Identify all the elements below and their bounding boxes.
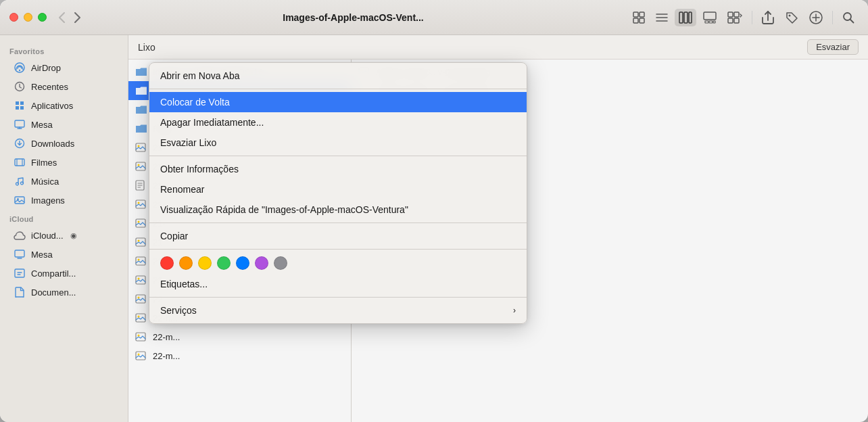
svg-rect-29 [15, 159, 24, 166]
cm-item-apagar[interactable]: Apagar Imediatamente... [149, 112, 527, 133]
cm-label-abrir-nova-aba: Abrir em Nova Aba [160, 70, 240, 81]
cm-item-colocar-de-volta[interactable]: Colocar de Volta [149, 92, 527, 112]
sidebar-section-icloud: iCloud [0, 210, 128, 226]
cm-sep-5 [149, 297, 527, 298]
svg-rect-15 [734, 12, 739, 17]
color-dot-red[interactable] [160, 256, 174, 270]
close-button[interactable] [9, 13, 18, 22]
sidebar-item-compartil[interactable]: Compartil... [4, 264, 124, 283]
view-list-button[interactable] [652, 9, 672, 26]
svg-point-18 [789, 14, 791, 16]
cm-label-colocar-de-volta: Colocar de Volta [160, 97, 230, 108]
share-icloud-icon [14, 267, 26, 279]
cm-item-renomear[interactable]: Renomear [149, 179, 527, 200]
download-icon [14, 137, 26, 149]
cm-item-copiar[interactable]: Copiar [149, 226, 527, 246]
cm-label-obter-info: Obter Informações [160, 164, 239, 174]
cm-label-renomear: Renomear [160, 184, 204, 195]
music-icon [14, 175, 26, 187]
svg-point-35 [17, 198, 19, 200]
sidebar-label-airdrop: AirDrop [31, 63, 61, 73]
context-menu-overlay[interactable]: Abrir em Nova Aba Colocar de Volta Apaga… [128, 60, 868, 422]
minimize-button[interactable] [24, 13, 32, 22]
view-group-button[interactable] [723, 9, 746, 26]
cm-label-etiquetas: Etiquetas... [160, 279, 208, 289]
main-content: Favoritos AirDrop [0, 35, 868, 422]
svg-line-23 [850, 19, 854, 22]
color-dot-yellow[interactable] [198, 256, 212, 270]
desktop-icon [14, 118, 26, 131]
sidebar-item-recentes[interactable]: Recentes [4, 77, 124, 96]
color-dot-purple[interactable] [255, 256, 268, 270]
view-columns-button[interactable] [675, 9, 696, 26]
svg-rect-12 [709, 21, 713, 23]
nav-buttons [56, 11, 83, 24]
svg-rect-1 [640, 12, 644, 17]
cm-item-visualizacao[interactable]: Visualização Rápida de "Images-of-Apple-… [149, 200, 527, 220]
airdrop-icon [14, 62, 26, 74]
sidebar-item-downloads[interactable]: Downloads [4, 134, 124, 153]
cm-colors [149, 252, 527, 274]
sidebar-item-musica[interactable]: Música [4, 172, 124, 191]
svg-rect-10 [704, 12, 716, 20]
back-button[interactable] [56, 11, 68, 24]
sidebar-item-mesa-icloud[interactable]: Mesa [4, 245, 124, 264]
file-area: Lixo Esvaziar Images-of-Apple-iPadOS-16 … [128, 35, 868, 422]
search-button[interactable] [838, 9, 859, 26]
svg-rect-27 [15, 120, 24, 127]
toolbar-icons [629, 8, 859, 27]
more-button[interactable] [805, 8, 827, 27]
view-gallery-button[interactable] [699, 9, 721, 26]
sidebar-item-documen[interactable]: Documen... [4, 283, 124, 302]
sidebar-label-mesa-icloud: Mesa [31, 250, 53, 260]
film-icon [14, 156, 26, 168]
sidebar-label-downloads: Downloads [31, 139, 74, 149]
forward-button[interactable] [72, 11, 83, 24]
svg-rect-13 [713, 21, 715, 23]
svg-rect-2 [633, 18, 638, 23]
cm-sep-1 [149, 89, 527, 89]
svg-rect-11 [705, 21, 708, 23]
cm-sep-3 [149, 222, 527, 223]
sidebar-item-airdrop[interactable]: AirDrop [4, 58, 124, 77]
sidebar-label-filmes: Filmes [31, 158, 57, 168]
sidebar-item-mesa[interactable]: Mesa [4, 115, 124, 134]
cm-item-etiquetas[interactable]: Etiquetas... [149, 274, 527, 294]
toolbar-sep-2 [832, 11, 833, 24]
svg-rect-9 [689, 12, 692, 23]
svg-point-32 [16, 183, 19, 185]
svg-rect-8 [684, 12, 688, 23]
desktop-icloud-icon [14, 248, 26, 260]
sidebar-item-imagens[interactable]: Imagens [4, 191, 124, 210]
svg-rect-17 [734, 18, 739, 23]
cm-label-visualizacao: Visualização Rápida de "Images-of-Apple-… [160, 204, 408, 215]
sidebar-item-icloud[interactable]: iCloud... ◉ [4, 226, 124, 245]
sidebar-label-icloud: iCloud... [31, 231, 64, 241]
sidebar: Favoritos AirDrop [0, 35, 128, 422]
color-dot-green[interactable] [217, 256, 231, 270]
sidebar-item-aplicativos[interactable]: Aplicativos [4, 96, 124, 115]
sidebar-item-filmes[interactable]: Filmes [4, 153, 124, 172]
cm-item-esvaziar-lixo[interactable]: Esvaziar Lixo [149, 133, 527, 153]
maximize-button[interactable] [38, 13, 47, 22]
color-dot-blue[interactable] [236, 256, 249, 270]
sidebar-label-aplicativos: Aplicativos [31, 101, 73, 111]
sidebar-label-imagens: Imagens [31, 195, 65, 206]
view-grid-button[interactable] [629, 9, 649, 26]
svg-rect-0 [633, 12, 638, 17]
traffic-lights [9, 13, 47, 22]
svg-rect-34 [15, 197, 24, 204]
toolbar-sep-1 [752, 11, 752, 24]
window-title: Images-of-Apple-macOS-Vent... [91, 12, 615, 23]
sidebar-label-mesa: Mesa [31, 120, 53, 130]
tag-button[interactable] [781, 8, 802, 27]
color-dot-orange[interactable] [179, 256, 193, 270]
share-button[interactable] [758, 8, 778, 27]
cm-item-obter-info[interactable]: Obter Informações [149, 159, 527, 179]
sidebar-label-musica: Música [31, 177, 59, 187]
cm-item-servicos[interactable]: Serviços › [149, 300, 527, 321]
cm-item-abrir-nova-aba[interactable]: Abrir em Nova Aba [149, 66, 527, 86]
color-dot-gray[interactable] [274, 256, 287, 270]
svg-rect-37 [15, 269, 24, 277]
svg-point-33 [21, 182, 24, 185]
